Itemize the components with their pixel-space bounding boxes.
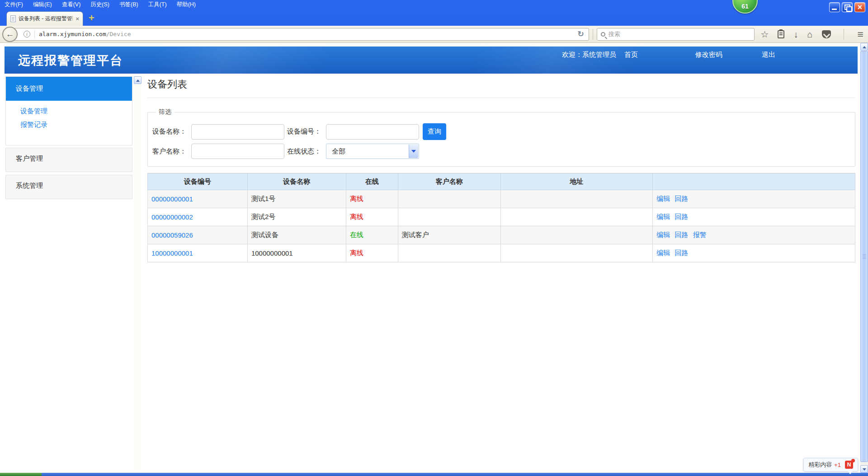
news-notification-bubble[interactable]: 精彩内容 +1 N [803, 458, 858, 471]
pocket-icon[interactable] [822, 30, 831, 38]
table-row: 00000059026 测试设备 在线 测试客户 编辑 回路 报警 [148, 226, 855, 244]
col-device-no: 设备编号 [148, 173, 248, 190]
address-cell [500, 226, 653, 244]
url-host: alarm.xjymunion.com [39, 31, 106, 37]
scroll-up-icon[interactable] [860, 43, 868, 51]
sidebar-scrollbar[interactable] [134, 76, 142, 469]
back-button[interactable]: ← [2, 27, 18, 42]
menu-help[interactable]: 帮助(H) [177, 1, 196, 9]
tab-title: 设备列表 - 远程报警管理… [19, 15, 73, 23]
menu-view[interactable]: 查看(V) [62, 1, 81, 9]
filter-row-1: 设备名称： 设备编号： 查询 [152, 123, 850, 140]
restore-button[interactable] [842, 2, 853, 12]
sidebar-scroll-up-icon[interactable] [134, 76, 142, 84]
edit-link[interactable]: 编辑 [656, 231, 670, 238]
downloads-icon[interactable]: ↓ [793, 30, 798, 39]
reload-icon[interactable]: ↻ [578, 29, 584, 39]
new-tab-button[interactable]: + [89, 14, 94, 23]
menu-file[interactable]: 文件(F) [5, 1, 23, 9]
page-viewport: 远程报警管理平台 欢迎：系统管理员 首页 修改密码 退出 设备管理 设备管理 报… [0, 43, 860, 473]
close-button[interactable] [854, 2, 865, 12]
edit-link[interactable]: 编辑 [656, 249, 670, 257]
bottom-edge-strip [0, 473, 868, 476]
device-no-label: 设备编号： [287, 127, 326, 136]
toolbar-separator [844, 29, 844, 40]
bookmark-star-icon[interactable]: ☆ [761, 30, 769, 39]
site-banner: 远程报警管理平台 欢迎：系统管理员 首页 修改密码 退出 [5, 47, 858, 74]
device-no-input[interactable] [326, 124, 419, 140]
scroll-down-icon[interactable] [860, 465, 868, 473]
sidebar-group-system-management[interactable]: 系统管理 [5, 175, 132, 199]
sidebar-item-device-management[interactable]: 设备管理 [20, 107, 132, 116]
status-badge: 离线 [350, 213, 363, 220]
menu-tools[interactable]: 工具(T) [148, 1, 167, 9]
bookmarks-panel-icon[interactable] [778, 30, 784, 38]
welcome-text: 欢迎：系统管理员 [562, 51, 616, 59]
site-info-icon[interactable]: i [24, 31, 30, 37]
page-favicon-icon [10, 15, 16, 22]
dropdown-arrow-icon[interactable] [409, 145, 418, 158]
device-name-label: 设备名称： [152, 127, 191, 136]
page-title: 设备列表 [147, 78, 855, 98]
customer-cell [398, 208, 500, 226]
customer-name-input[interactable] [191, 144, 284, 159]
window-controls [829, 2, 865, 12]
active-tab[interactable]: 设备列表 - 远程报警管理… × [6, 11, 83, 26]
circuit-link[interactable]: 回路 [675, 213, 688, 220]
col-address: 地址 [500, 173, 653, 190]
nav-home-link[interactable]: 首页 [624, 51, 638, 59]
device-name-cell: 10000000001 [247, 244, 346, 262]
search-bar[interactable]: 搜索 [597, 28, 755, 41]
customer-cell [398, 190, 500, 208]
device-name-input[interactable] [191, 124, 284, 140]
address-cell [500, 190, 653, 208]
sidebar-group-device-management[interactable]: 设备管理 [6, 77, 132, 101]
news-badge-icon[interactable]: N [845, 461, 853, 469]
sidebar-submenu: 设备管理 报警记录 [6, 101, 132, 129]
alarm-link[interactable]: 报警 [693, 231, 707, 238]
circuit-link[interactable]: 回路 [675, 195, 688, 202]
edit-link[interactable]: 编辑 [656, 195, 670, 202]
edit-link[interactable]: 编辑 [656, 213, 670, 220]
nav-change-password-link[interactable]: 修改密码 [695, 51, 722, 59]
notification-text: 精彩内容 [808, 461, 832, 469]
online-status-select[interactable]: 全部 [326, 144, 419, 159]
menu-bookmarks[interactable]: 书签(B) [119, 1, 138, 9]
url-bar[interactable]: i alarm.xjymunion.com/Device ↻ [10, 28, 589, 41]
scrollbar-thumb[interactable] [860, 51, 868, 462]
url-text: alarm.xjymunion.com/Device [39, 31, 131, 37]
filter-legend: 筛选 [156, 108, 174, 116]
filter-row-2: 客户名称： 在线状态： 全部 [152, 144, 850, 159]
col-device-name: 设备名称 [247, 173, 346, 190]
sidebar-group-customer-management[interactable]: 客户管理 [5, 148, 132, 172]
sidebar-item-alarm-records[interactable]: 报警记录 [20, 121, 132, 129]
customer-cell: 测试客户 [398, 226, 500, 244]
table-row: 00000000001 测试1号 离线 编辑 回路 [148, 190, 855, 208]
page-scrollbar[interactable] [860, 43, 868, 473]
device-name-cell: 测试2号 [247, 208, 346, 226]
home-icon[interactable]: ⌂ [807, 30, 812, 39]
search-placeholder: 搜索 [609, 30, 620, 38]
menu-edit[interactable]: 编辑(E) [33, 1, 52, 9]
toolbar-separator [593, 29, 593, 40]
query-button[interactable]: 查询 [423, 123, 446, 140]
device-id-link[interactable]: 00000000001 [151, 195, 193, 203]
customer-cell [398, 244, 500, 262]
minimize-button[interactable] [829, 2, 840, 12]
tab-close-icon[interactable]: × [75, 15, 79, 22]
online-status-value: 全部 [332, 147, 345, 156]
menu-history[interactable]: 历史(S) [90, 1, 109, 9]
url-path: /Device [106, 31, 131, 37]
notification-dot [851, 459, 855, 462]
menu-hamburger-icon[interactable]: ≡ [858, 30, 863, 39]
circuit-link[interactable]: 回路 [675, 249, 688, 257]
nav-logout-link[interactable]: 退出 [762, 51, 775, 59]
device-id-link[interactable]: 00000059026 [151, 231, 193, 239]
circuit-link[interactable]: 回路 [675, 231, 688, 238]
device-id-link[interactable]: 00000000002 [151, 213, 193, 221]
device-id-link[interactable]: 10000000001 [151, 249, 193, 257]
search-icon [601, 32, 605, 37]
taskbar-green-segment [0, 473, 42, 476]
address-cell [500, 244, 653, 262]
status-badge: 离线 [350, 249, 363, 257]
